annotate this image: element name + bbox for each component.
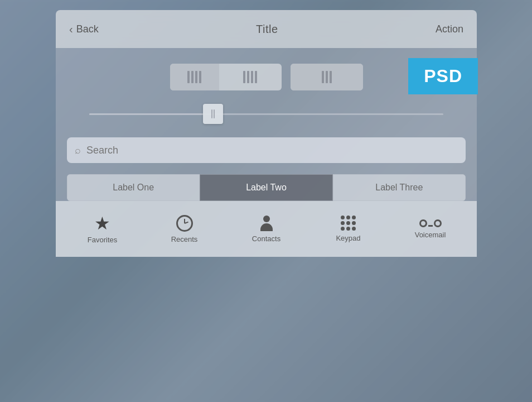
nav-title: Title — [256, 23, 278, 36]
psd-badge: PSD — [408, 58, 478, 94]
segment-item-3[interactable] — [291, 64, 363, 90]
back-label: Back — [76, 23, 99, 35]
chevron-left-icon: ‹ — [69, 23, 73, 36]
ui-container: ‹ Back Title Action PSD — [56, 10, 477, 257]
tab-label-three[interactable]: Label Three — [333, 174, 466, 201]
recents-label: Recents — [171, 235, 198, 243]
keypad-icon — [341, 216, 356, 231]
voicemail-label: Voicemail — [415, 231, 446, 239]
segment-control-medium[interactable] — [291, 64, 363, 90]
segment-lines-2 — [243, 71, 257, 83]
thumb-line — [211, 109, 212, 118]
content-area: PSD — [56, 48, 477, 201]
back-button[interactable]: ‹ Back — [69, 23, 99, 36]
seg-line — [199, 71, 201, 83]
seg-line — [330, 71, 332, 83]
segment-lines-3 — [322, 71, 332, 83]
keypad-label: Keypad — [336, 234, 360, 242]
tab-label-two[interactable]: Label Two — [200, 174, 332, 201]
seg-line — [187, 71, 190, 83]
bottom-tab-recents[interactable]: Recents — [159, 215, 210, 243]
seg-line — [191, 71, 194, 83]
tab-bar: Label One Label Two Label Three — [67, 174, 466, 201]
seg-line — [247, 71, 249, 83]
seg-line — [326, 71, 328, 83]
slider-thumb[interactable] — [203, 104, 223, 124]
segment-item-2[interactable] — [219, 64, 282, 90]
clock-icon — [176, 215, 193, 232]
thumb-line — [214, 109, 215, 118]
bottom-tab-voicemail[interactable]: Voicemail — [405, 219, 456, 239]
contacts-label: Contacts — [252, 234, 280, 243]
bottom-tab-keypad[interactable]: Keypad — [323, 216, 374, 242]
seg-line — [322, 71, 324, 83]
seg-line — [195, 71, 197, 83]
segment-control-large[interactable] — [170, 64, 282, 90]
nav-bar: ‹ Back Title Action — [56, 10, 477, 48]
segment-lines-1 — [187, 71, 201, 83]
search-input[interactable] — [86, 145, 458, 156]
search-bar[interactable]: ⌕ — [67, 137, 466, 163]
seg-line — [251, 71, 253, 83]
favorites-label: Favorites — [88, 236, 117, 244]
slider-container — [78, 102, 454, 126]
star-icon: ★ — [94, 214, 110, 232]
bottom-tab-contacts[interactable]: Contacts — [241, 216, 292, 243]
person-icon — [260, 216, 273, 231]
seg-line — [255, 71, 257, 83]
slider-track — [89, 113, 443, 115]
slider-fill — [89, 113, 213, 115]
bottom-tab-bar: ★ Favorites Recents Contacts — [56, 201, 477, 257]
search-icon: ⌕ — [75, 145, 81, 155]
seg-line — [243, 71, 245, 83]
action-button[interactable]: Action — [436, 23, 463, 35]
tab-label-one[interactable]: Label One — [67, 174, 200, 201]
segment-item-1[interactable] — [170, 64, 219, 90]
bottom-tab-favorites[interactable]: ★ Favorites — [78, 214, 128, 244]
voicemail-icon — [419, 219, 442, 227]
